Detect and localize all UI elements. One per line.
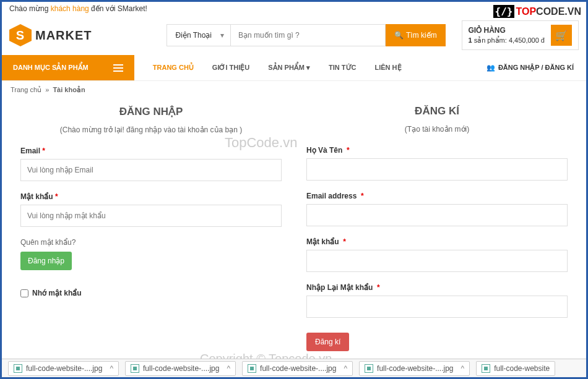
login-subtitle: (Chào mừng trở lại! đăng nhập vào tài kh… [20, 126, 282, 134]
file-icon [248, 364, 256, 373]
category-select[interactable]: Điện Thoại [166, 24, 231, 46]
breadcrumb-home[interactable]: Trang chủ [11, 86, 41, 93]
login-email-label: Email * [20, 147, 282, 155]
user-icon: 👥 [486, 64, 495, 72]
chevron-down-icon: ▾ [306, 64, 310, 72]
register-name-input[interactable] [306, 158, 568, 181]
nav-about[interactable]: GIỚI THIỆU [212, 64, 249, 72]
nav-contact[interactable]: LIÊN HỆ [374, 64, 401, 72]
login-title: ĐĂNG NHẬP [20, 105, 282, 118]
download-item[interactable]: full-code-website-....jpg^ [125, 361, 236, 376]
register-email-label: Email address * [306, 192, 568, 200]
forgot-password-link[interactable]: Quên mật khẩu? [20, 238, 282, 247]
welcome-text: Chào mừng khách hàng đến với SMarket! [9, 4, 147, 13]
cart-box[interactable]: GIỎ HÀNG 1 sản phẩm: 4,450,000 đ 🛒 [462, 20, 579, 50]
nav-news[interactable]: TIN TỨC [329, 64, 356, 72]
file-icon [365, 364, 373, 373]
nav-auth[interactable]: 👥ĐĂNG NHẬP / ĐĂNG KÍ [486, 64, 586, 72]
chevron-up-icon: ^ [227, 364, 230, 373]
remember-checkbox[interactable] [20, 289, 28, 297]
topcode-logo: {/}TOPCODE.VN [493, 6, 581, 17]
file-icon [131, 364, 139, 373]
download-item[interactable]: full-code-website [476, 361, 555, 376]
chevron-up-icon: ^ [344, 364, 347, 373]
file-icon [14, 364, 22, 373]
register-name-label: Họ Và Tên * [306, 146, 568, 155]
register-password-input[interactable] [306, 250, 568, 272]
remember-label: Nhớ mật khẩu [32, 289, 82, 297]
chevron-up-icon: ^ [110, 364, 113, 373]
site-logo[interactable]: S MARKET [9, 24, 92, 46]
category-menu[interactable]: DANH MỤC SẢN PHẨM [2, 55, 134, 80]
logo-hex-icon: S [9, 24, 32, 46]
search-button[interactable]: 🔍Tìm kiếm [386, 24, 446, 46]
nav-products[interactable]: SẢN PHẨM ▾ [268, 64, 310, 72]
breadcrumb: Trang chủ » Tài khoản [2, 81, 586, 99]
hamburger-icon [113, 64, 123, 72]
login-button[interactable]: Đăng nhập [20, 252, 72, 270]
register-title: ĐĂNG KÍ [306, 105, 568, 117]
register-password2-input[interactable] [306, 296, 568, 318]
chevron-up-icon: ^ [460, 364, 464, 373]
cart-icon: 🛒 [551, 25, 572, 46]
search-icon: 🔍 [394, 31, 404, 40]
register-password2-label: Nhập Lại Mật khẩu * [306, 283, 568, 292]
login-password-input[interactable] [20, 205, 282, 227]
register-button[interactable]: Đăng kí [306, 333, 349, 351]
register-password-label: Mật khẩu * [306, 237, 568, 246]
download-item[interactable]: full-code-website-....jpg^ [242, 361, 353, 376]
register-subtitle: (Tạo tài khoản mới) [306, 125, 568, 134]
nav-home[interactable]: TRANG CHỦ [153, 64, 194, 72]
login-password-label: Mật khẩu * [20, 192, 282, 201]
register-email-input[interactable] [306, 204, 568, 226]
search-input[interactable] [231, 24, 386, 46]
download-item[interactable]: full-code-website-....jpg^ [359, 361, 470, 376]
file-icon [482, 364, 490, 373]
login-email-input[interactable] [20, 159, 282, 181]
download-bar: full-code-website-....jpg^ full-code-web… [2, 359, 586, 377]
download-item[interactable]: full-code-website-....jpg^ [8, 361, 119, 376]
